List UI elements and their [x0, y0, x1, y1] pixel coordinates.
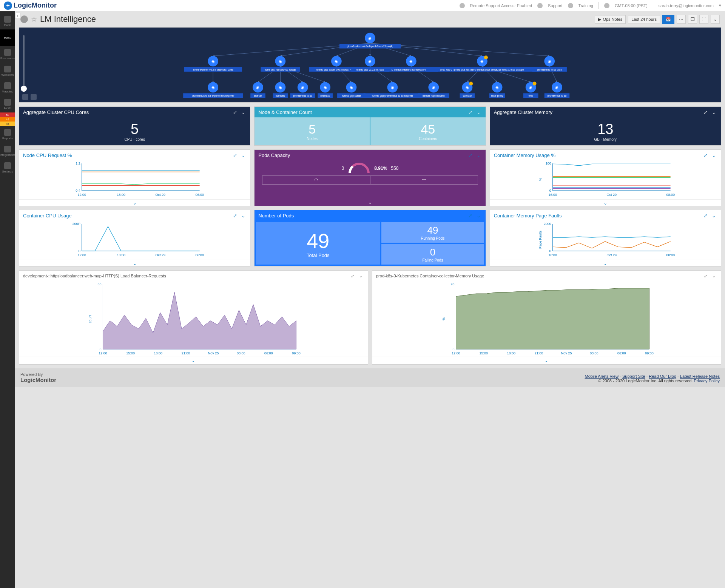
svg-text:event-exporter-v0.2.4-5f886dfb: event-exporter-v0.2.4-5f886dfb7-zjnfc [193, 68, 234, 71]
sidenav-toggle[interactable]: › [15, 13, 20, 19]
training-icon[interactable] [568, 3, 573, 8]
expand-chevron[interactable]: ⌄ [19, 357, 368, 364]
sidenav-item-alerts[interactable]: Alerts [0, 96, 15, 112]
sidenav-item-integrations[interactable]: Integrations [0, 143, 15, 159]
support-link[interactable]: Support [548, 3, 563, 8]
topology-svg[interactable]: ◉gke-k8s-demo-default-pool-8eece21e-wj4g… [19, 28, 721, 102]
ops-notes-button[interactable]: ▶Ops Notes [595, 15, 626, 24]
expand-icon[interactable]: ⤢ [467, 212, 474, 219]
alert-icon [4, 99, 11, 106]
chevron-down-icon[interactable]: ▾ [719, 3, 721, 8]
footer: Powered By LogicMonitor Mobile Alerts Vi… [15, 368, 725, 387]
svg-text:◉: ◉ [432, 85, 435, 89]
chart-cont-cpu[interactable]: 0200P12:0018:00Oct 2906:00 [19, 221, 250, 259]
svg-text:◉: ◉ [335, 59, 338, 63]
training-link[interactable]: Training [578, 3, 593, 8]
expand-icon[interactable]: ⤢ [467, 152, 474, 158]
chart-mem-faults[interactable]: 0200016:00Oct 2908:00Page Faults [490, 221, 721, 259]
footer-link[interactable]: Latest Release Notes [680, 374, 720, 379]
timezone-label[interactable]: GMT-08:00 (PST) [615, 3, 648, 8]
privacy-link[interactable]: Privacy Policy [694, 379, 720, 383]
expand-chevron[interactable]: ⌄ [255, 199, 485, 206]
legend-button[interactable]: ⋯ [677, 15, 686, 24]
svg-text:◉: ◉ [211, 85, 215, 89]
svg-text:◉: ◉ [279, 59, 282, 63]
expand-chevron[interactable]: ⌄ [490, 199, 721, 206]
sidenav-item-reports[interactable]: Reports [0, 126, 15, 143]
svg-text:◉: ◉ [466, 85, 469, 89]
expand-icon[interactable]: ⤢ [703, 212, 709, 219]
chart-cont-mem[interactable]: 010016:00Oct 2908:00% [490, 160, 721, 198]
star-icon[interactable]: ☆ [31, 15, 37, 23]
chevron-down-icon[interactable]: ⌄ [711, 109, 717, 115]
chart-lb[interactable]: 08012:0015:0018:0021:00Nov 2503:0006:000… [19, 281, 368, 357]
chevron-down-icon[interactable]: ⌄ [711, 273, 717, 279]
sidenav-item-settings[interactable]: Settings [0, 159, 15, 176]
user-menu[interactable]: sarah.terry@logicmonitor.com [659, 3, 714, 8]
chart-node-cpu[interactable]: 0.41.212:0018:00Oct 2906:00 [19, 160, 250, 198]
fullscreen-button[interactable]: ⛶ [699, 15, 708, 24]
timezone-icon[interactable] [604, 3, 609, 8]
footer-link[interactable]: Support Site [622, 374, 645, 379]
chevron-down-icon[interactable]: ⌄ [240, 109, 246, 115]
sidenav-item-websites[interactable]: Websites [0, 63, 15, 79]
chevron-down-icon[interactable]: ⌄ [240, 152, 246, 158]
more-button[interactable]: ⌄ [711, 15, 720, 24]
footer-link[interactable]: Read Our Blog [649, 374, 676, 379]
chevron-down-icon[interactable]: ⌄ [358, 273, 364, 279]
sidenav-item-mapping[interactable]: Mapping [0, 79, 15, 96]
sidenav-item-resources[interactable]: Resources [0, 46, 15, 63]
sidenav-item-dash[interactable]: Dash [0, 13, 15, 29]
svg-text:200P: 200P [72, 222, 80, 226]
chevron-down-icon[interactable]: ⌄ [476, 212, 482, 219]
slider-knob[interactable] [21, 86, 27, 92]
expand-chevron[interactable]: ⌄ [490, 260, 721, 266]
calendar-button[interactable]: 📅 [662, 15, 674, 24]
chart-collector[interactable]: 09612:0015:0018:0021:00Nov 2503:0006:000… [372, 281, 721, 357]
expand-icon[interactable]: ⤢ [703, 273, 709, 279]
svg-text:12:00: 12:00 [452, 351, 460, 355]
svg-text:◉: ◉ [368, 59, 372, 63]
chevron-down-icon[interactable]: ⌄ [240, 212, 246, 219]
zoom-slider[interactable] [23, 35, 25, 92]
svg-text:06:00: 06:00 [617, 351, 626, 355]
filter-icon[interactable] [31, 94, 37, 100]
expand-icon[interactable]: ⤢ [467, 109, 474, 115]
chevron-down-icon[interactable]: ⌄ [476, 109, 482, 115]
svg-text:0: 0 [79, 249, 80, 253]
svg-text:18:00: 18:00 [154, 351, 163, 355]
widget-collector-memory: prod-k8s-0-Kubernetes Container-collecto… [372, 270, 721, 365]
layout-icon[interactable] [22, 94, 28, 100]
expand-icon[interactable]: ⤢ [703, 109, 709, 115]
timerange-button[interactable]: Last 24 hours [628, 15, 660, 23]
globe-icon [4, 66, 11, 72]
sidenav-item-menu[interactable]: Menu [0, 29, 15, 46]
chevron-down-icon[interactable]: ⌄ [476, 152, 482, 158]
footer-link[interactable]: Mobile Alerts View [585, 374, 619, 379]
badge-warn[interactable]: 94 [0, 122, 15, 126]
alert-badges[interactable]: 58 44 94 [0, 112, 15, 126]
expand-icon[interactable]: ⤢ [232, 212, 238, 219]
dashboard-actions: ▶Ops Notes Last 24 hours 📅 ⋯ ❐ ⛶ ⌄ [595, 15, 720, 24]
svg-text:100: 100 [545, 162, 551, 165]
svg-text:prometheus-to-sd: prometheus-to-sd [293, 94, 313, 97]
chevron-down-icon[interactable]: ⌄ [711, 152, 717, 158]
expand-chevron[interactable]: ⌄ [372, 357, 721, 364]
support-icon[interactable] [537, 3, 543, 8]
expand-icon[interactable]: ⤢ [232, 109, 238, 115]
expand-chevron[interactable]: ⌄ [19, 260, 250, 266]
expand-icon[interactable]: ⤢ [703, 152, 709, 158]
expand-icon[interactable]: ⤢ [350, 273, 356, 279]
badge-critical[interactable]: 58 [0, 112, 15, 117]
widget-number-of-pods: Number of Pods⤢⌄ 49Total Pods 49Running … [254, 210, 486, 266]
svg-text:18:00: 18:00 [507, 351, 516, 355]
expand-chevron[interactable]: ⌄ [19, 199, 250, 206]
svg-text:dnsmasq: dnsmasq [320, 94, 330, 97]
svg-text:1.2: 1.2 [76, 162, 80, 165]
svg-text:0: 0 [99, 347, 101, 351]
badge-error[interactable]: 44 [0, 117, 15, 122]
chevron-down-icon[interactable]: ⌄ [711, 212, 717, 219]
gauge-icon: ◠ [262, 176, 370, 184]
expand-icon[interactable]: ⤢ [232, 152, 238, 158]
clone-button[interactable]: ❐ [688, 15, 697, 24]
